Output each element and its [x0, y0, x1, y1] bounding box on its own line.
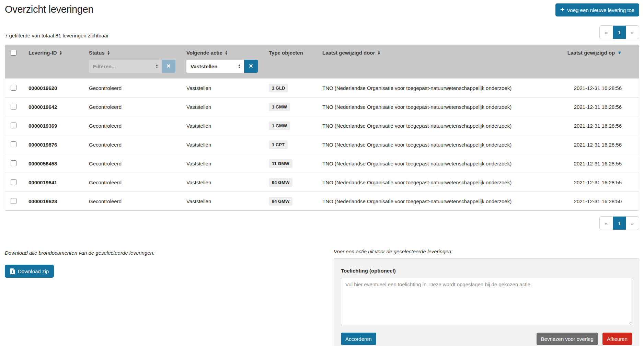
laatst-gewijzigd-op-value: 2021-12-31 16:28:56	[563, 79, 639, 97]
type-objecten-badge: 1 GMW	[269, 122, 290, 130]
status-value: Gecontroleerd	[85, 79, 182, 97]
pagination-prev-button[interactable]: «	[600, 26, 613, 39]
accorderen-button[interactable]: Accorderen	[341, 333, 376, 345]
levering-id-value: 0000019369	[28, 123, 57, 129]
select-arrows-icon: ▲▼	[156, 64, 158, 69]
levering-id-value: 0000019641	[28, 180, 57, 185]
column-label: Levering-ID	[28, 50, 57, 56]
laatst-gewijzigd-op-value: 2021-12-31 16:28:56	[563, 116, 639, 135]
actions-label: Voer een actie uit voor de geselecteerde…	[334, 249, 639, 254]
row-checkbox[interactable]	[11, 85, 16, 91]
volgende-actie-filter-select[interactable]: Vaststellen ▲▼	[186, 60, 244, 73]
status-value: Gecontroleerd	[85, 135, 182, 154]
laatst-gewijzigd-op-value: 2021-12-31 16:28:55	[563, 173, 639, 192]
column-label: Laatst gewijzigd door	[322, 50, 375, 56]
afkeuren-button[interactable]: Afkeuren	[602, 333, 632, 345]
pagination-page-1[interactable]: 1	[613, 217, 626, 230]
overzicht-leveringen-page: Overzicht leveringen + Voeg een nieuwe l…	[0, 0, 644, 346]
pagination-page-1[interactable]: 1	[613, 26, 626, 39]
column-label: Status	[89, 50, 105, 56]
volgende-actie-value: Vaststellen	[182, 154, 265, 173]
clear-volgende-actie-filter-button[interactable]: ×	[244, 60, 258, 73]
volgende-actie-value: Vaststellen	[182, 173, 265, 192]
volgende-actie-value: Vaststellen	[182, 116, 265, 135]
type-objecten-badge: 1 GLD	[269, 84, 288, 92]
laatst-gewijzigd-door-value: TNO (Nederlandse Organisatie voor toegep…	[318, 154, 563, 173]
table-row: 0000019628 Gecontroleerd Vaststellen 94 …	[5, 192, 639, 211]
sort-icon: ▲▼	[107, 50, 110, 55]
sort-icon: ▲▼	[377, 50, 380, 55]
laatst-gewijzigd-door-value: TNO (Nederlandse Organisatie voor toegep…	[318, 97, 563, 116]
download-label: Download alle brondocumenten van de gese…	[5, 250, 334, 256]
leveringen-table: Levering-ID ▲▼ Status ▲▼ Filteren...	[5, 45, 639, 211]
select-all-checkbox[interactable]	[11, 50, 16, 56]
download-section: Download alle brondocumenten van de gese…	[5, 249, 334, 278]
meta-row: 7 gefilterde van totaal 81 leveringen zi…	[5, 25, 639, 39]
row-checkbox[interactable]	[11, 179, 16, 185]
column-header-levering-id[interactable]: Levering-ID ▲▼	[24, 45, 85, 79]
volgende-actie-value: Vaststellen	[182, 192, 265, 211]
bottom-section: Download alle brondocumenten van de gese…	[5, 249, 639, 346]
actions-section: Voer een actie uit voor de geselecteerde…	[334, 249, 639, 346]
laatst-gewijzigd-op-value: 2021-12-31 16:28:56	[563, 97, 639, 116]
status-filter-select[interactable]: Filteren... ▲▼	[89, 60, 162, 73]
sort-icon: ▲▼	[59, 50, 62, 55]
pagination-top: « 1 »	[599, 25, 639, 39]
status-value: Gecontroleerd	[85, 192, 182, 211]
status-filter-placeholder: Filteren...	[93, 64, 116, 69]
pagination-bottom: « 1 »	[599, 216, 639, 230]
table-row: 0000019620 Gecontroleerd Vaststellen 1 G…	[5, 79, 639, 97]
row-checkbox[interactable]	[11, 198, 16, 204]
laatst-gewijzigd-op-value: 2021-12-31 16:28:55	[563, 154, 639, 173]
sort-descending-icon: ▼	[617, 51, 622, 55]
column-header-status[interactable]: Status ▲▼ Filteren... ▲▼ ×	[85, 45, 182, 79]
laatst-gewijzigd-op-value: 2021-12-31 16:28:50	[563, 192, 639, 211]
filter-summary: 7 gefilterde van totaal 81 leveringen zi…	[5, 33, 109, 39]
page-title: Overzicht leveringen	[5, 3, 93, 16]
column-header-laatst-gewijzigd-op[interactable]: Laatst gewijzigd op ▼	[563, 45, 639, 79]
status-value: Gecontroleerd	[85, 173, 182, 192]
table-row: 0000056458 Gecontroleerd Vaststellen 11 …	[5, 154, 639, 173]
table-row: 0000019641 Gecontroleerd Vaststellen 94 …	[5, 173, 639, 192]
row-checkbox[interactable]	[11, 104, 16, 109]
pagination-prev-button[interactable]: «	[600, 217, 613, 230]
pagination-next-button[interactable]: »	[626, 217, 639, 230]
row-checkbox[interactable]	[11, 141, 16, 147]
status-value: Gecontroleerd	[85, 116, 182, 135]
column-label: Laatst gewijzigd op	[567, 50, 615, 56]
toelichting-textarea[interactable]	[341, 278, 632, 325]
sort-icon: ▲▼	[225, 50, 228, 55]
type-objecten-badge: 94 GMW	[269, 178, 292, 187]
type-objecten-badge: 94 GMW	[269, 197, 292, 206]
add-levering-button[interactable]: + Voeg een nieuwe levering toe	[555, 3, 639, 16]
volgende-actie-value: Vaststellen	[182, 97, 265, 116]
add-levering-button-label: Voeg een nieuwe levering toe	[567, 7, 634, 13]
column-header-volgende-actie[interactable]: Volgende actie ▲▼ Vaststellen ▲▼ ×	[182, 45, 265, 79]
actions-panel: Toelichting (optioneel) Accorderen Bevri…	[334, 258, 639, 346]
levering-id-value: 0000056458	[28, 161, 57, 166]
laatst-gewijzigd-door-value: TNO (Nederlandse Organisatie voor toegep…	[318, 135, 563, 154]
column-header-type-objecten: Type objecten	[265, 45, 318, 79]
volgende-actie-value: Vaststellen	[182, 79, 265, 97]
row-checkbox[interactable]	[11, 123, 16, 128]
table-row: 0000019369 Gecontroleerd Vaststellen 1 G…	[5, 116, 639, 135]
status-value: Gecontroleerd	[85, 154, 182, 173]
page-header: Overzicht leveringen + Voeg een nieuwe l…	[5, 3, 639, 16]
levering-id-value: 0000019642	[28, 104, 57, 110]
download-zip-button[interactable]: Download zip	[5, 265, 54, 278]
column-label: Type objecten	[269, 50, 303, 56]
file-download-icon	[10, 268, 15, 274]
pagination-next-button[interactable]: »	[626, 26, 639, 39]
bevriezen-voor-overleg-button[interactable]: Bevriezen voor overleg	[537, 333, 598, 345]
type-objecten-badge: 1 GMW	[269, 103, 290, 111]
status-value: Gecontroleerd	[85, 97, 182, 116]
clear-status-filter-button[interactable]: ×	[162, 60, 175, 73]
laatst-gewijzigd-door-value: TNO (Nederlandse Organisatie voor toegep…	[318, 192, 563, 211]
row-checkbox[interactable]	[11, 160, 16, 166]
toelichting-label: Toelichting (optioneel)	[341, 268, 632, 274]
levering-id-value: 0000019876	[28, 142, 57, 148]
table-row: 0000019642 Gecontroleerd Vaststellen 1 G…	[5, 97, 639, 116]
pagination-bottom-row: « 1 »	[5, 216, 639, 230]
column-header-laatst-gewijzigd-door[interactable]: Laatst gewijzigd door ▲▼	[318, 45, 563, 79]
table-row: 0000019876 Gecontroleerd Vaststellen 1 C…	[5, 135, 639, 154]
